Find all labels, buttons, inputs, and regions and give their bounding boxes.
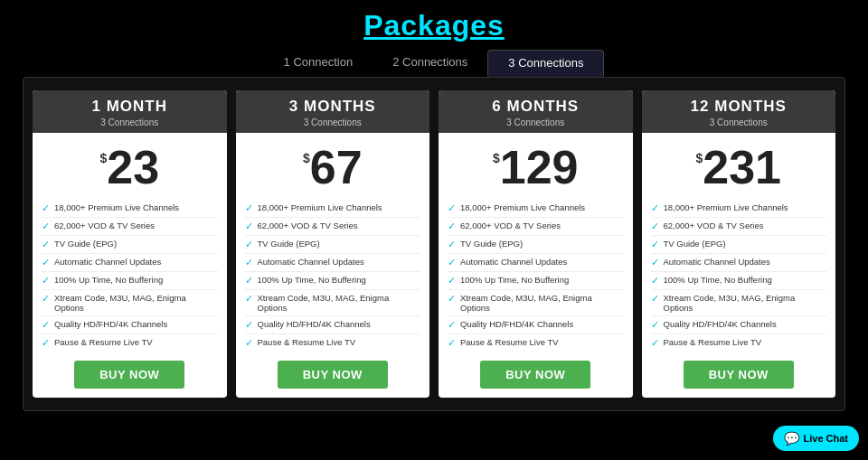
live-chat-label: Live Chat bbox=[803, 433, 848, 444]
card-body-0: $ 23 ✓18,000+ Premium Live Channels✓62,0… bbox=[33, 133, 227, 398]
check-icon: ✓ bbox=[245, 257, 253, 268]
card-duration-3: 12 MONTHS bbox=[646, 98, 833, 116]
price-amount-1: 67 bbox=[310, 144, 363, 191]
list-item: ✓18,000+ Premium Live Channels bbox=[245, 200, 421, 218]
list-item: ✓Quality HD/FHD/4K Channels bbox=[448, 316, 624, 334]
check-icon: ✓ bbox=[245, 293, 253, 305]
card-body-1: $ 67 ✓18,000+ Premium Live Channels✓62,0… bbox=[236, 133, 430, 398]
tab-2-connections[interactable]: 2 Connections bbox=[373, 50, 487, 77]
check-icon: ✓ bbox=[42, 202, 50, 214]
list-item: ✓62,000+ VOD & TV Series bbox=[42, 218, 218, 236]
feature-text: TV Guide (EPG) bbox=[460, 239, 523, 249]
features-list-2: ✓18,000+ Premium Live Channels✓62,000+ V… bbox=[448, 200, 624, 352]
list-item: ✓Quality HD/FHD/4K Channels bbox=[651, 316, 827, 334]
package-card-3: 12 MONTHS 3 Connections $ 231 ✓18,000+ P… bbox=[642, 90, 836, 398]
feature-text: 62,000+ VOD & TV Series bbox=[258, 221, 358, 230]
list-item: ✓18,000+ Premium Live Channels bbox=[651, 200, 827, 218]
tab-3-connections[interactable]: 3 Connections bbox=[487, 50, 604, 77]
chat-icon: 💬 bbox=[784, 431, 799, 446]
list-item: ✓TV Guide (EPG) bbox=[651, 236, 827, 254]
check-icon: ✓ bbox=[245, 239, 253, 250]
price-dollar-1: $ bbox=[303, 151, 310, 165]
list-item: ✓Pause & Resume Live TV bbox=[42, 334, 218, 352]
card-header-2: 6 MONTHS 3 Connections bbox=[439, 90, 633, 133]
feature-text: 100% Up Time, No Buffering bbox=[664, 275, 772, 285]
list-item: ✓Pause & Resume Live TV bbox=[245, 334, 421, 352]
buy-now-button-2[interactable]: BUY NOW bbox=[480, 361, 590, 389]
check-icon: ✓ bbox=[245, 202, 253, 214]
card-body-2: $ 129 ✓18,000+ Premium Live Channels✓62,… bbox=[439, 133, 633, 398]
feature-text: Pause & Resume Live TV bbox=[54, 337, 153, 347]
list-item: ✓62,000+ VOD & TV Series bbox=[245, 218, 421, 236]
price-amount-2: 129 bbox=[500, 144, 579, 191]
feature-text: Pause & Resume Live TV bbox=[258, 337, 356, 347]
page-title: Packages bbox=[363, 9, 505, 42]
price-amount-0: 23 bbox=[107, 144, 159, 191]
check-icon: ✓ bbox=[448, 257, 456, 268]
list-item: ✓Pause & Resume Live TV bbox=[448, 334, 624, 352]
package-card-2: 6 MONTHS 3 Connections $ 129 ✓18,000+ Pr… bbox=[439, 90, 633, 398]
feature-text: Automatic Channel Updates bbox=[460, 257, 567, 267]
feature-text: 18,000+ Premium Live Channels bbox=[460, 202, 585, 212]
check-icon: ✓ bbox=[42, 293, 50, 305]
list-item: ✓100% Up Time, No Buffering bbox=[42, 272, 218, 290]
check-icon: ✓ bbox=[245, 275, 253, 286]
buy-now-button-1[interactable]: BUY NOW bbox=[278, 361, 388, 389]
feature-text: TV Guide (EPG) bbox=[258, 239, 320, 249]
feature-text: 62,000+ VOD & TV Series bbox=[664, 221, 764, 230]
price-amount-3: 231 bbox=[703, 144, 781, 191]
list-item: ✓Quality HD/FHD/4K Channels bbox=[245, 316, 421, 334]
features-list-3: ✓18,000+ Premium Live Channels✓62,000+ V… bbox=[651, 200, 827, 352]
list-item: ✓Quality HD/FHD/4K Channels bbox=[42, 316, 218, 334]
buy-now-button-0[interactable]: BUY NOW bbox=[74, 361, 184, 389]
feature-text: Quality HD/FHD/4K Channels bbox=[664, 319, 777, 329]
check-icon: ✓ bbox=[42, 221, 50, 232]
check-icon: ✓ bbox=[651, 257, 659, 268]
feature-text: TV Guide (EPG) bbox=[54, 239, 117, 249]
feature-text: Quality HD/FHD/4K Channels bbox=[258, 319, 371, 329]
feature-text: 62,000+ VOD & TV Series bbox=[460, 221, 561, 230]
feature-text: Automatic Channel Updates bbox=[258, 257, 364, 267]
list-item: ✓62,000+ VOD & TV Series bbox=[448, 218, 624, 236]
feature-text: Pause & Resume Live TV bbox=[460, 337, 559, 347]
features-list-1: ✓18,000+ Premium Live Channels✓62,000+ V… bbox=[245, 200, 421, 352]
check-icon: ✓ bbox=[42, 257, 50, 268]
list-item: ✓18,000+ Premium Live Channels bbox=[42, 200, 218, 218]
check-icon: ✓ bbox=[42, 239, 50, 250]
feature-text: Xtream Code, M3U, MAG, Enigma Options bbox=[460, 293, 624, 313]
tab-1-connection[interactable]: 1 Connection bbox=[264, 50, 373, 77]
card-connections-0: 3 Connections bbox=[36, 117, 223, 127]
check-icon: ✓ bbox=[448, 202, 456, 214]
list-item: ✓100% Up Time, No Buffering bbox=[448, 272, 624, 290]
feature-text: 100% Up Time, No Buffering bbox=[258, 275, 366, 285]
feature-text: Xtream Code, M3U, MAG, Enigma Options bbox=[258, 293, 421, 313]
feature-text: 18,000+ Premium Live Channels bbox=[258, 202, 382, 212]
card-duration-1: 3 MONTHS bbox=[240, 98, 427, 116]
list-item: ✓100% Up Time, No Buffering bbox=[651, 272, 827, 290]
list-item: ✓Automatic Channel Updates bbox=[42, 254, 218, 272]
buy-now-button-3[interactable]: BUY NOW bbox=[684, 361, 794, 389]
feature-text: Pause & Resume Live TV bbox=[664, 337, 762, 347]
list-item: ✓18,000+ Premium Live Channels bbox=[448, 200, 624, 218]
feature-text: 18,000+ Premium Live Channels bbox=[664, 202, 788, 212]
feature-text: Xtream Code, M3U, MAG, Enigma Options bbox=[54, 293, 218, 313]
feature-text: 100% Up Time, No Buffering bbox=[460, 275, 569, 285]
list-item: ✓Automatic Channel Updates bbox=[245, 254, 421, 272]
list-item: ✓TV Guide (EPG) bbox=[245, 236, 421, 254]
live-chat-button[interactable]: 💬 Live Chat bbox=[773, 426, 859, 451]
package-card-1: 3 MONTHS 3 Connections $ 67 ✓18,000+ Pre… bbox=[236, 90, 430, 398]
package-card-0: 1 MONTH 3 Connections $ 23 ✓18,000+ Prem… bbox=[33, 90, 227, 398]
card-duration-0: 1 MONTH bbox=[36, 98, 223, 116]
price-row-3: $ 231 bbox=[695, 144, 781, 191]
check-icon: ✓ bbox=[448, 319, 456, 331]
list-item: ✓Xtream Code, M3U, MAG, Enigma Options bbox=[245, 290, 421, 316]
check-icon: ✓ bbox=[448, 293, 456, 305]
list-item: ✓TV Guide (EPG) bbox=[42, 236, 218, 254]
packages-container: 1 MONTH 3 Connections $ 23 ✓18,000+ Prem… bbox=[23, 77, 845, 411]
feature-text: Quality HD/FHD/4K Channels bbox=[54, 319, 167, 329]
check-icon: ✓ bbox=[651, 202, 659, 214]
check-icon: ✓ bbox=[245, 221, 253, 232]
price-dollar-2: $ bbox=[493, 151, 500, 165]
feature-text: Quality HD/FHD/4K Channels bbox=[460, 319, 573, 329]
check-icon: ✓ bbox=[42, 319, 50, 331]
